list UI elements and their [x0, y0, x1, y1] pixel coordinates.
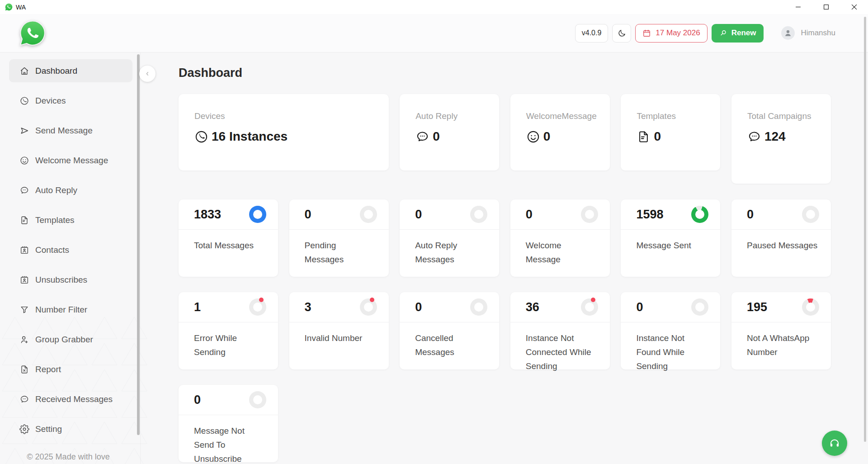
- chat-dots-icon: [415, 130, 429, 144]
- progress-ring: [691, 206, 708, 223]
- message-dots-icon: [747, 130, 761, 144]
- stat-cards-grid: 1833 Total Messages 0 Pending Messages 0…: [179, 199, 831, 462]
- progress-ring: [249, 206, 266, 223]
- sidebar-item-contacts[interactable]: Contacts: [9, 238, 132, 261]
- whatsapp-phone-icon: [194, 130, 208, 144]
- stat-card-cancelled-messages[interactable]: 0 Cancelled Messages: [400, 292, 499, 369]
- sidebar-item-setting[interactable]: Setting: [9, 417, 132, 440]
- person-icon: [783, 28, 793, 38]
- file-x-icon: [19, 365, 29, 374]
- expiry-date: 17 May 2026: [656, 28, 700, 38]
- sidebar-item-dashboard[interactable]: Dashboard: [9, 59, 132, 82]
- sidebar-item-report[interactable]: Report: [9, 358, 132, 381]
- stat-card-message-sent[interactable]: 1598 Message Sent: [621, 199, 720, 277]
- maximize-icon: [823, 4, 829, 10]
- progress-ring: [249, 298, 266, 316]
- send-icon: [19, 126, 29, 136]
- user-plus-icon: [19, 335, 29, 345]
- stat-card-pending-messages[interactable]: 0 Pending Messages: [289, 199, 389, 277]
- stat-card-instance-not-found[interactable]: 0 Instance Not Found While Sending: [621, 292, 720, 369]
- progress-ring: [249, 391, 266, 408]
- window-titlebar: WA: [0, 0, 868, 14]
- avatar: [781, 26, 795, 40]
- renew-button[interactable]: Renew: [712, 24, 764, 43]
- expiry-date-badge[interactable]: 17 May 2026: [635, 24, 707, 43]
- whatsapp-logo-icon: [19, 20, 46, 46]
- contact-card-icon: [19, 245, 29, 255]
- close-button[interactable]: [840, 0, 868, 14]
- calendar-icon: [642, 29, 651, 38]
- support-chat-button[interactable]: [822, 431, 847, 456]
- stat-card-error-while-sending[interactable]: 1 Error While Sending: [179, 292, 278, 369]
- chat-dots-icon: [19, 394, 29, 404]
- sidebar-item-group-grabber[interactable]: Group Grabber: [9, 328, 132, 351]
- progress-ring: [691, 298, 708, 316]
- sidebar-item-send-message[interactable]: Send Message: [9, 119, 132, 142]
- sidebar-item-received-messages[interactable]: Received Messages: [9, 388, 132, 411]
- whatsapp-icon: [19, 96, 29, 106]
- app-header: v4.0.9 17 May 2026 Renew Himanshu: [0, 14, 868, 52]
- progress-ring: [802, 298, 819, 316]
- sidebar-item-welcome-message[interactable]: Welcome Message: [9, 149, 132, 172]
- window-title: WA: [16, 4, 26, 11]
- summary-card-welcome-message[interactable]: WelcomeMessage 0: [510, 94, 610, 170]
- window-scrollbar[interactable]: [864, 17, 866, 442]
- stat-card-auto-reply-messages[interactable]: 0 Auto Reply Messages: [400, 199, 499, 277]
- moon-icon: [618, 29, 626, 38]
- contact-card-icon: [19, 275, 29, 285]
- sidebar-item-templates[interactable]: Templates: [9, 208, 132, 232]
- progress-ring: [581, 298, 598, 316]
- summary-card-auto-reply[interactable]: Auto Reply 0: [400, 94, 499, 170]
- summary-cards-row: Devices 16 Instances Auto Reply: [179, 94, 831, 184]
- sidebar-scrollbar[interactable]: [137, 54, 140, 435]
- stat-card-welcome-message[interactable]: 0 Welcome Message: [510, 199, 610, 277]
- gear-icon: [19, 424, 29, 434]
- sidebar: Dashboard Devices Send Message: [0, 52, 137, 464]
- summary-card-total-campaigns[interactable]: Total Campaigns 124: [731, 94, 831, 184]
- sidebar-item-devices[interactable]: Devices: [9, 89, 132, 112]
- file-text-icon: [19, 215, 29, 225]
- progress-ring: [802, 206, 819, 223]
- progress-ring: [360, 206, 377, 223]
- progress-ring: [581, 206, 598, 223]
- progress-ring: [360, 298, 377, 316]
- version-badge: v4.0.9: [575, 24, 609, 43]
- headset-icon: [829, 437, 840, 449]
- file-text-icon: [637, 130, 651, 144]
- stat-card-paused-messages[interactable]: 0 Paused Messages: [731, 199, 831, 277]
- user-menu[interactable]: Himanshu: [781, 26, 835, 40]
- progress-ring: [470, 206, 487, 223]
- funnel-icon: [19, 305, 29, 315]
- sidebar-item-unsubscribes[interactable]: Unsubscribes: [9, 268, 132, 291]
- smiley-icon: [526, 130, 540, 144]
- page-title: Dashboard: [179, 64, 868, 81]
- key-icon: [719, 29, 727, 37]
- stat-card-instance-not-connected[interactable]: 36 Instance Not Connected While Sending: [510, 292, 610, 369]
- stat-card-not-a-whatsapp-number[interactable]: 195 Not A WhatsApp Number: [731, 292, 831, 369]
- summary-card-devices[interactable]: Devices 16 Instances: [179, 94, 389, 170]
- chat-dots-icon: [19, 185, 29, 195]
- stat-card-invalid-number[interactable]: 3 Invalid Number: [289, 292, 389, 369]
- sidebar-item-number-filter[interactable]: Number Filter: [9, 298, 132, 321]
- stat-card-total-messages[interactable]: 1833 Total Messages: [179, 199, 278, 277]
- sidebar-nav: Dashboard Devices Send Message: [0, 52, 137, 440]
- sidebar-collapse-button[interactable]: [139, 66, 156, 82]
- summary-card-templates[interactable]: Templates 0: [621, 94, 720, 170]
- main-content: Dashboard Devices 16 Instances Auto Repl…: [140, 52, 868, 464]
- username: Himanshu: [801, 28, 835, 38]
- sidebar-footer: © 2025 Made with love: [0, 452, 137, 462]
- stat-card-message-not-send-to-unsubscribe[interactable]: 0 Message Not Send To Unsubscribe: [179, 385, 278, 462]
- close-icon: [851, 4, 857, 10]
- dark-mode-toggle[interactable]: [612, 24, 631, 43]
- home-icon: [19, 66, 29, 76]
- smiley-icon: [19, 156, 29, 166]
- chevron-left-icon: [144, 70, 151, 77]
- progress-ring: [470, 298, 487, 316]
- whatsapp-logo-icon: [5, 3, 13, 11]
- minimize-icon: [795, 4, 801, 10]
- minimize-button[interactable]: [784, 0, 812, 14]
- maximize-button[interactable]: [812, 0, 840, 14]
- sidebar-item-auto-reply[interactable]: Auto Reply: [9, 179, 132, 202]
